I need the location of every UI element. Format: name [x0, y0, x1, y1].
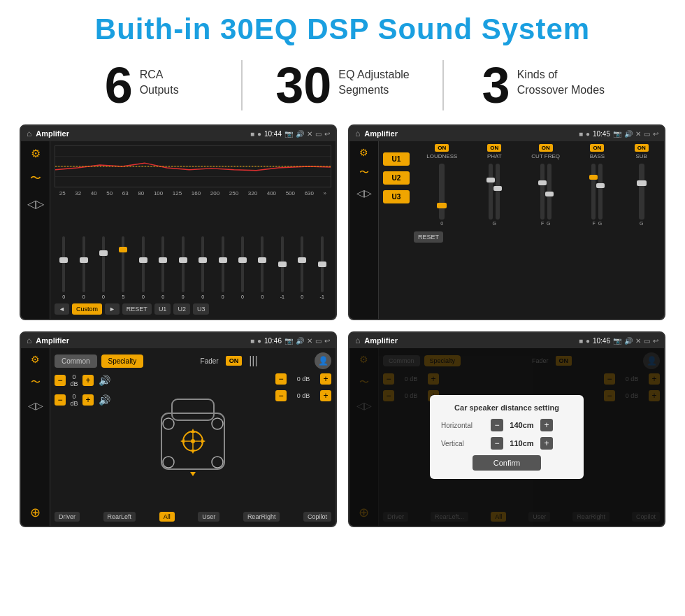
stat-rca-number: 6 [105, 60, 133, 110]
amp-status-bar: ⌂ Amplifier ■ ● 10:45 📷 🔊 ✕ ▭ ↩ [349, 126, 664, 141]
fader-left-bot-plus[interactable]: + [82, 394, 94, 406]
eq-slider-1: 0 [55, 236, 73, 299]
sub-label: SUB [635, 153, 647, 159]
fader-left-top-value: 0 dB [68, 373, 80, 387]
eq-slider-3: 0 [94, 236, 113, 299]
dialog-record-icon: ■ [579, 337, 583, 345]
amp-filter-icon[interactable]: ⚙ [359, 147, 368, 158]
eq-bottom-bar: ◄ Custom ► RESET U1 U2 U3 [55, 301, 331, 315]
fader-filter-icon[interactable]: ⚙ [31, 354, 40, 365]
dialog-horizontal-plus[interactable]: + [540, 419, 553, 431]
sub-on-badge: ON [635, 144, 649, 152]
amp-reset-button[interactable]: RESET [414, 231, 443, 243]
fader-on-badge: ON [226, 356, 243, 366]
eq-reset-button[interactable]: RESET [122, 303, 152, 315]
fader-left-top-plus[interactable]: + [82, 375, 94, 386]
eq-play-button[interactable]: ► [105, 303, 120, 315]
amp-camera-icon: 📷 [613, 130, 621, 138]
cutfreq-on-badge: ON [539, 144, 553, 152]
dialog-overlay: Car speaker distance setting Horizontal … [349, 348, 664, 526]
eq-status-icons: ■ ● 10:44 📷 🔊 ✕ ▭ ↩ [250, 130, 330, 138]
amp-u3-button[interactable]: U3 [383, 190, 410, 203]
amp-status-icons: ■ ● 10:45 📷 🔊 ✕ ▭ ↩ [579, 130, 658, 138]
fader-dot-icon: ● [257, 337, 261, 345]
amp-u1-button[interactable]: U1 [383, 152, 410, 166]
fader-right-top-minus[interactable]: − [275, 373, 287, 385]
home-icon[interactable]: ⌂ [27, 129, 31, 138]
amp-u2-button[interactable]: U2 [383, 171, 410, 185]
rearleft-button[interactable]: RearLeft [103, 512, 136, 522]
driver-button[interactable]: Driver [55, 512, 80, 522]
amp-home-icon[interactable]: ⌂ [355, 129, 360, 138]
fader-back-icon[interactable]: ↩ [324, 337, 330, 345]
fader-expand-icon[interactable]: ⊕ [30, 505, 41, 520]
fader-right-bot-minus[interactable]: − [275, 390, 287, 401]
dialog-vertical-plus[interactable]: + [540, 437, 553, 450]
eq-back-icon[interactable]: ↩ [324, 130, 330, 138]
eq-main: 2532405063 80100125160200 25032040050063… [50, 141, 336, 319]
svg-marker-11 [191, 450, 195, 454]
eq-slider-11: 0 [253, 236, 271, 299]
fader-left-bot-minus[interactable]: − [55, 394, 66, 406]
fader-right-bot-db: − 0 dB + [275, 390, 331, 401]
fader-left-bot-value: 0 dB [68, 393, 80, 407]
dialog-status-icons: ■ ● 10:46 📷 🔊 ✕ ▭ ↩ [579, 337, 658, 345]
eq-u1-button[interactable]: U1 [154, 303, 171, 315]
eq-custom-button[interactable]: Custom [72, 303, 102, 315]
amp-wave-icon[interactable]: 〜 [359, 166, 369, 179]
eq-u3-button[interactable]: U3 [193, 303, 210, 315]
fader-vol-icon: 🔊 [296, 337, 304, 345]
fader-specialty-tab[interactable]: Specialty [101, 354, 144, 368]
eq-time: 10:44 [264, 130, 282, 138]
user-button[interactable]: User [198, 512, 219, 522]
fader-home-icon[interactable]: ⌂ [27, 336, 31, 345]
svg-point-15 [212, 418, 223, 429]
fader-settings-icon[interactable]: 👤 [315, 352, 331, 369]
svg-marker-13 [201, 439, 206, 443]
fader-speaker-icon[interactable]: ◁▷ [28, 400, 43, 411]
cutfreq-label: CUT FREQ [531, 153, 560, 159]
eq-slider-6: 0 [154, 236, 172, 299]
fader-common-tab[interactable]: Common [55, 354, 97, 368]
loudness-on-badge: ON [435, 144, 449, 152]
dialog-horizontal-row: Horizontal − 140cm + [441, 419, 572, 431]
amp-record-icon: ■ [579, 130, 583, 138]
fader-right-bot-plus[interactable]: + [320, 390, 331, 401]
eq-curve-svg [55, 146, 331, 187]
eq-dot-icon: ● [257, 130, 261, 138]
amp-back-icon[interactable]: ↩ [653, 130, 658, 138]
dialog-vertical-minus[interactable]: − [491, 437, 503, 450]
eq-prev-button[interactable]: ◄ [55, 303, 69, 315]
cutfreq-fg-label: F G [541, 221, 551, 226]
eq-slider-7: 0 [174, 236, 192, 299]
eq-wave-icon[interactable]: 〜 [30, 171, 41, 186]
dialog-home-icon[interactable]: ⌂ [355, 336, 360, 345]
eq-speaker-icon[interactable]: ◁▷ [27, 197, 44, 210]
dialog-x-icon: ✕ [635, 337, 641, 345]
eq-rect-icon: ▭ [315, 130, 322, 138]
eq-vol-icon: 🔊 [296, 130, 304, 138]
fader-camera-icon: 📷 [284, 337, 293, 345]
eq-app-title: Amplifier [36, 129, 246, 138]
rearright-button[interactable]: RearRight [243, 512, 280, 522]
fader-wave-icon[interactable]: 〜 [31, 376, 41, 389]
eq-u2-button[interactable]: U2 [173, 303, 190, 315]
bass-label: BASS [590, 153, 605, 159]
bass-fg-label: F G [593, 221, 603, 226]
confirm-button[interactable]: Confirm [473, 455, 542, 471]
amp-x-icon: ✕ [635, 130, 641, 138]
amp-speaker-icon[interactable]: ◁▷ [356, 187, 372, 199]
dialog-box: Car speaker distance setting Horizontal … [430, 395, 584, 479]
fader-left-top-minus[interactable]: − [55, 375, 66, 386]
fader-tabs: Common Specialty Fader ON ||| 👤 [55, 352, 331, 369]
dialog-back-icon[interactable]: ↩ [653, 337, 658, 345]
stat-eq: 30 EQ AdjustableSegments [241, 60, 443, 110]
copilot-button[interactable]: Copilot [303, 512, 331, 522]
all-button[interactable]: All [159, 512, 175, 522]
dialog-horizontal-minus[interactable]: − [491, 419, 503, 431]
fader-right-top-plus[interactable]: + [320, 373, 331, 385]
eq-record-icon: ■ [250, 130, 254, 138]
eq-filter-icon[interactable]: ⚙ [31, 147, 41, 160]
dialog-rect-icon: ▭ [644, 337, 650, 345]
eq-screen-body: ⚙ 〜 ◁▷ [21, 141, 336, 319]
